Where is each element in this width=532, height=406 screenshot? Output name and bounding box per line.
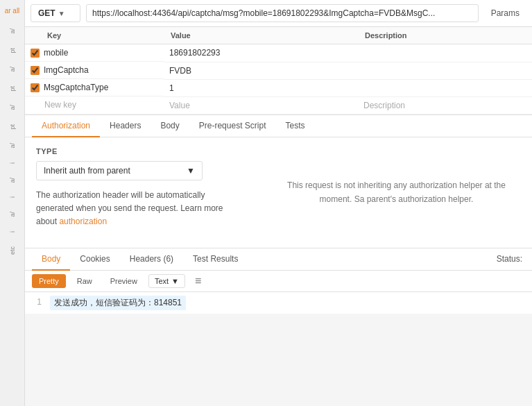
auth-select-value: Inherit auth from parent [44, 166, 130, 176]
row-2-value: 1 [169, 83, 174, 93]
auth-desc-text: The authorization header will be automat… [36, 190, 205, 213]
request-tabs-bar: Authorization Headers Body Pre-request S… [25, 115, 532, 137]
response-tab-test-results[interactable]: Test Results [183, 248, 248, 271]
line-number-1: 1 [25, 296, 50, 307]
row-0-key: mobile [44, 48, 68, 58]
auth-right-message: This request is not inheriting any autho… [272, 147, 521, 238]
pretty-button[interactable]: Pretty [32, 274, 66, 288]
format-type-select[interactable]: Text ▼ [148, 274, 185, 288]
sidebar-item-4[interactable]: a/ [9, 105, 16, 110]
key-header: Key [25, 27, 164, 44]
sidebar-item-8[interactable]: a/ [9, 178, 16, 183]
sidebar-item-2[interactable]: a/ [9, 67, 16, 72]
tab-authorization[interactable]: Authorization [32, 115, 100, 137]
response-tab-cookies[interactable]: Cookies [70, 248, 119, 271]
auth-panel: TYPE Inherit auth from parent ▼ The auth… [25, 137, 532, 248]
value-header: Value [164, 27, 358, 44]
row-1-checkbox[interactable] [31, 66, 40, 75]
row-1-key: ImgCaptcha [44, 65, 89, 75]
auth-left: TYPE Inherit auth from parent ▼ The auth… [36, 147, 244, 238]
raw-button[interactable]: Raw [70, 274, 99, 288]
response-tab-headers[interactable]: Headers (6) [120, 248, 183, 271]
auth-type-label: TYPE [36, 147, 244, 155]
sidebar-item-0[interactable]: a/ [9, 28, 16, 34]
response-tab-body[interactable]: Body [32, 248, 70, 271]
tab-body[interactable]: Body [151, 115, 189, 137]
row-2-checkbox[interactable] [31, 83, 40, 92]
table-row: MsgCaptchaType 1 [25, 79, 532, 96]
sidebar-item-12[interactable]: etc [9, 246, 16, 255]
sidebar-item-11[interactable]: i [9, 231, 16, 232]
tab-tests[interactable]: Tests [275, 115, 314, 137]
method-label: GET [38, 8, 55, 18]
clear-all-link[interactable]: ar all [5, 7, 20, 15]
auth-description: The authorization header will be automat… [36, 189, 244, 229]
params-table: Key Value Description mobile 18691802293 [25, 27, 532, 115]
sidebar-item-6[interactable]: a/ [9, 143, 16, 149]
params-button[interactable]: Params [484, 5, 526, 22]
response-tabs-bar: Body Cookies Headers (6) Test Results St… [25, 248, 532, 271]
response-body: 1 发送成功，短信验证码为：814851 [25, 292, 532, 314]
sidebar-item-10[interactable]: a/ [9, 212, 16, 217]
auth-link[interactable]: authorization [59, 217, 107, 226]
sidebar-item-1[interactable]: pt [9, 48, 16, 53]
left-sidebar: ar all a/ pt a/ pt a/ pt a/ i a/ i a/ i … [0, 0, 25, 406]
response-line-1: 1 发送成功，短信验证码为：814851 [25, 292, 532, 314]
sidebar-item-7[interactable]: i [9, 162, 16, 164]
url-input[interactable] [86, 4, 479, 22]
auth-select-chevron-icon: ▼ [187, 166, 195, 176]
status-label: Status: [497, 254, 525, 264]
method-button[interactable]: GET ▼ [31, 4, 80, 22]
format-select-chevron-icon: ▼ [171, 277, 179, 285]
sidebar-item-3[interactable]: pt [9, 86, 16, 92]
tab-pre-request-script[interactable]: Pre-request Script [189, 115, 276, 137]
table-row: mobile 18691802293 [25, 44, 532, 62]
url-bar: GET ▼ Params [25, 0, 532, 27]
method-chevron-icon: ▼ [58, 10, 65, 17]
row-0-value: 18691802293 [169, 48, 220, 58]
format-bar: Pretty Raw Preview Text ▼ ≡ [25, 271, 532, 292]
row-2-key: MsgCaptchaType [44, 83, 108, 92]
row-1-value: FVDB [169, 66, 191, 76]
sidebar-item-5[interactable]: pt [9, 124, 16, 130]
line-content-1: 发送成功，短信验证码为：814851 [50, 296, 186, 310]
wrap-lines-icon[interactable]: ≡ [195, 275, 201, 287]
table-row: ImgCaptcha FVDB [25, 62, 532, 79]
preview-button[interactable]: Preview [103, 274, 144, 288]
description-header: Description [358, 27, 532, 44]
row-0-checkbox[interactable] [31, 49, 40, 58]
tab-headers[interactable]: Headers [100, 115, 151, 137]
new-key-row: New key Value Description [25, 96, 532, 114]
format-type-label: Text [155, 277, 169, 285]
sidebar-item-9[interactable]: i [9, 196, 16, 198]
auth-type-select[interactable]: Inherit auth from parent ▼ [36, 161, 203, 180]
